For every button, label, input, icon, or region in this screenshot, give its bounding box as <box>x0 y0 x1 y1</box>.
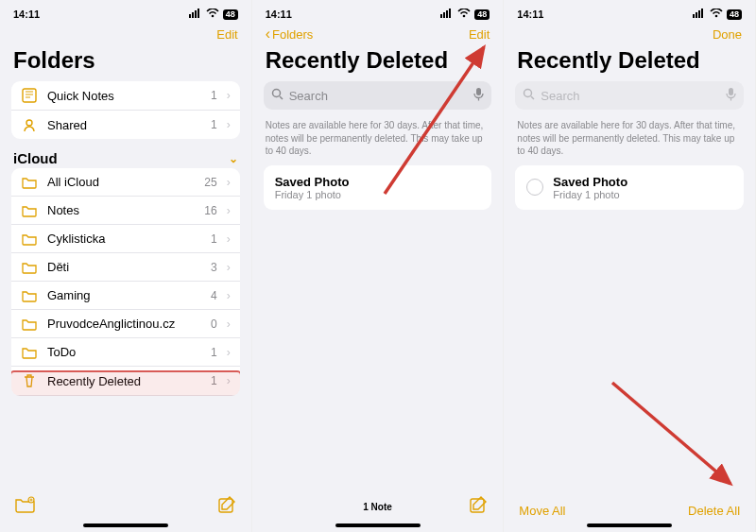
compose-button[interactable] <box>217 495 236 518</box>
svg-point-23 <box>524 90 532 97</box>
search-input[interactable]: Search <box>264 81 492 110</box>
nav-bar: Edit <box>0 19 251 45</box>
note-subtitle: Friday 1 photo <box>275 189 481 200</box>
folder-count: 3 <box>211 261 217 274</box>
svg-rect-9 <box>440 14 442 18</box>
folder-icon <box>21 204 38 217</box>
note-title: Saved Photo <box>553 175 732 189</box>
search-icon <box>271 88 284 103</box>
folder-label: All iCloud <box>47 175 195 189</box>
folder-icon <box>21 261 38 274</box>
svg-rect-11 <box>446 10 448 18</box>
folder-label: Quick Notes <box>47 89 201 103</box>
search-input[interactable]: Search <box>515 81 744 110</box>
shared-icon <box>21 117 38 132</box>
notes-list: Saved Photo Friday 1 photo <box>264 165 492 210</box>
folder-count: 1 <box>211 118 217 131</box>
note-title: Saved Photo <box>275 175 481 189</box>
mic-icon[interactable] <box>473 87 484 104</box>
new-folder-button[interactable] <box>15 496 36 517</box>
retention-info: Notes are available here for 30 days. Af… <box>252 115 504 165</box>
search-icon <box>523 88 535 103</box>
nav-bar: ‹ Folders Edit <box>252 19 504 45</box>
note-row[interactable]: Saved Photo Friday 1 photo <box>264 165 492 210</box>
bottom-toolbar: Move All Delete All <box>504 496 755 523</box>
folder-icon <box>21 317 38 331</box>
home-indicator <box>83 523 168 527</box>
folder-count: 1 <box>211 374 217 387</box>
quick-folders-card: Quick Notes 1 › Shared 1 › <box>11 81 240 139</box>
folder-row[interactable]: Notes 16 › <box>11 197 240 225</box>
battery-icon: 48 <box>474 9 490 20</box>
edit-button[interactable]: Edit <box>469 27 490 42</box>
folder-count: 0 <box>211 317 217 331</box>
status-bar: 14:11 48 <box>504 0 755 19</box>
select-radio[interactable] <box>526 179 543 196</box>
compose-button[interactable] <box>469 495 488 518</box>
folder-row[interactable]: All iCloud 25 › <box>11 168 240 197</box>
folder-label: Notes <box>47 203 195 217</box>
svg-rect-15 <box>476 88 481 95</box>
svg-rect-20 <box>698 10 700 18</box>
svg-point-22 <box>715 15 718 18</box>
page-title: Recently Deleted <box>252 45 504 81</box>
edit-button[interactable]: Edit <box>216 27 237 42</box>
chevron-right-icon: › <box>227 204 231 217</box>
folder-icon <box>21 232 38 246</box>
svg-rect-1 <box>192 12 194 18</box>
svg-rect-24 <box>729 88 733 95</box>
section-title: iCloud <box>13 150 58 166</box>
folder-row[interactable]: Shared 1 › <box>11 111 240 139</box>
screen-recently-deleted-edit: 14:11 48 Done Recently Deleted Search No… <box>504 0 756 532</box>
note-row[interactable]: Saved Photo Friday 1 photo <box>515 165 744 210</box>
nav-bar: Done <box>504 19 755 45</box>
chevron-right-icon: › <box>227 232 231 246</box>
svg-rect-3 <box>198 9 199 18</box>
screen-recently-deleted: 14:11 48 ‹ Folders Edit Recently Deleted… <box>252 0 505 532</box>
folder-label: Recently Deleted <box>47 374 201 388</box>
folder-row[interactable]: Gaming 4 › <box>11 282 240 310</box>
chevron-right-icon: › <box>227 118 231 131</box>
battery-icon: 48 <box>223 9 238 20</box>
folder-count: 4 <box>211 289 217 302</box>
folder-count: 1 <box>211 89 217 102</box>
icloud-folders-card: All iCloud 25 › Notes 16 › Cyklisticka 1… <box>11 168 240 396</box>
chevron-right-icon: › <box>227 346 231 359</box>
back-button[interactable]: ‹ Folders <box>266 26 314 43</box>
svg-rect-18 <box>693 14 695 18</box>
folder-row[interactable]: Děti 3 › <box>11 253 240 282</box>
screen-folders: 14:11 48 Edit Folders Quick Notes 1 › <box>0 0 252 532</box>
svg-rect-2 <box>195 10 197 18</box>
move-all-button[interactable]: Move All <box>519 504 565 518</box>
folder-row[interactable]: Quick Notes 1 › <box>11 81 240 111</box>
home-indicator <box>587 523 672 527</box>
svg-point-6 <box>26 120 32 126</box>
folder-count: 25 <box>204 176 216 189</box>
svg-line-25 <box>612 383 730 484</box>
note-count: 1 Note <box>286 502 470 512</box>
home-indicator <box>335 523 421 527</box>
battery-icon: 48 <box>727 9 742 20</box>
status-bar: 14:11 48 <box>0 0 251 19</box>
svg-point-13 <box>463 15 466 18</box>
folder-row-recently-deleted[interactable]: Recently Deleted 1 › <box>11 367 240 396</box>
notes-list: Saved Photo Friday 1 photo <box>515 165 744 210</box>
chevron-right-icon: › <box>227 289 231 302</box>
folder-row[interactable]: PruvodceAnglictinou.cz 0 › <box>11 310 240 338</box>
delete-all-button[interactable]: Delete All <box>688 504 740 518</box>
chevron-right-icon: › <box>227 89 231 102</box>
svg-rect-0 <box>189 14 191 18</box>
folder-icon <box>21 289 38 302</box>
mic-icon[interactable] <box>726 87 736 104</box>
folder-icon <box>21 346 38 359</box>
folder-row[interactable]: Cyklisticka 1 › <box>11 225 240 253</box>
page-title: Recently Deleted <box>504 45 755 81</box>
folder-count: 16 <box>204 204 216 217</box>
done-button[interactable]: Done <box>713 27 742 42</box>
section-header[interactable]: iCloud ⌄ <box>0 139 251 168</box>
folder-label: ToDo <box>47 345 201 359</box>
folder-label: Shared <box>47 118 201 132</box>
folder-count: 1 <box>211 346 217 359</box>
folder-label: PruvodceAnglictinou.cz <box>47 317 201 331</box>
folder-row[interactable]: ToDo 1 › <box>11 338 240 367</box>
